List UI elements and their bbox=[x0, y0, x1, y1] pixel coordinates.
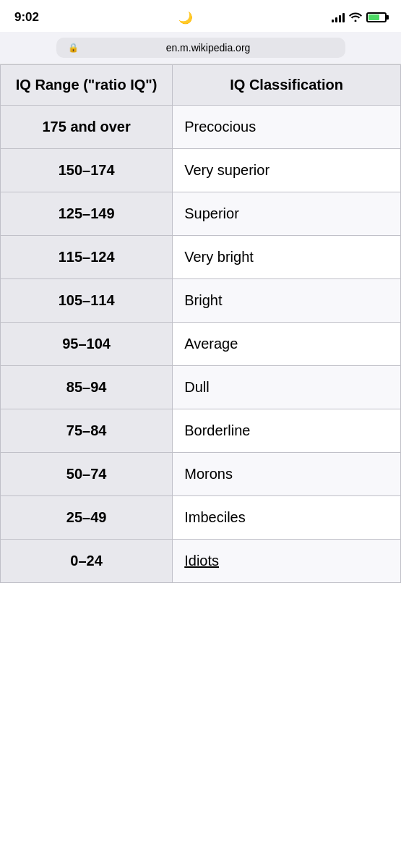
col1-header: IQ Range ("ratio IQ") bbox=[1, 65, 173, 106]
iq-classification: Very superior bbox=[173, 149, 401, 192]
browser-bar: 🔒 en.m.wikipedia.org bbox=[0, 32, 401, 64]
table-row: 75–84Borderline bbox=[1, 409, 401, 453]
status-time: 9:02 bbox=[14, 10, 39, 25]
table-header-row: IQ Range ("ratio IQ") IQ Classification bbox=[1, 65, 401, 106]
iq-range: 75–84 bbox=[1, 409, 173, 453]
iq-range: 115–124 bbox=[1, 236, 173, 279]
table-row: 50–74Morons bbox=[1, 453, 401, 496]
table-row: 175 and overPrecocious bbox=[1, 106, 401, 149]
moon-icon: 🌙 bbox=[178, 11, 193, 25]
iq-range: 85–94 bbox=[1, 366, 173, 409]
iq-classification: Precocious bbox=[173, 106, 401, 149]
iq-table-container: IQ Range ("ratio IQ") IQ Classification … bbox=[0, 64, 401, 583]
url-text: en.m.wikipedia.org bbox=[83, 42, 334, 54]
table-row: 115–124Very bright bbox=[1, 236, 401, 279]
iq-classification: Superior bbox=[173, 192, 401, 236]
url-bar[interactable]: 🔒 en.m.wikipedia.org bbox=[56, 38, 345, 58]
iq-range: 50–74 bbox=[1, 453, 173, 496]
wifi-icon bbox=[349, 12, 362, 24]
iq-classification: Imbeciles bbox=[173, 496, 401, 540]
iq-classification: Very bright bbox=[173, 236, 401, 279]
iq-range: 105–114 bbox=[1, 279, 173, 323]
iq-range: 0–24 bbox=[1, 540, 173, 583]
table-row: 150–174Very superior bbox=[1, 149, 401, 192]
iq-range: 125–149 bbox=[1, 192, 173, 236]
table-row: 0–24Idiots bbox=[1, 540, 401, 583]
iq-range: 25–49 bbox=[1, 496, 173, 540]
status-bar: 9:02 🌙 bbox=[0, 0, 401, 32]
iq-range: 175 and over bbox=[1, 106, 173, 149]
lock-icon: 🔒 bbox=[68, 43, 79, 53]
iq-range: 95–104 bbox=[1, 323, 173, 366]
table-row: 85–94Dull bbox=[1, 366, 401, 409]
table-row: 105–114Bright bbox=[1, 279, 401, 323]
table-row: 125–149Superior bbox=[1, 192, 401, 236]
iq-table: IQ Range ("ratio IQ") IQ Classification … bbox=[0, 64, 401, 583]
iq-classification: Dull bbox=[173, 366, 401, 409]
iq-classification: Bright bbox=[173, 279, 401, 323]
iq-range: 150–174 bbox=[1, 149, 173, 192]
signal-icon bbox=[332, 12, 345, 22]
battery-icon bbox=[366, 12, 387, 22]
iq-classification: Idiots bbox=[173, 540, 401, 583]
status-icons bbox=[332, 12, 387, 24]
iq-classification: Morons bbox=[173, 453, 401, 496]
table-row: 95–104Average bbox=[1, 323, 401, 366]
iq-classification: Average bbox=[173, 323, 401, 366]
table-row: 25–49Imbeciles bbox=[1, 496, 401, 540]
iq-classification: Borderline bbox=[173, 409, 401, 453]
col2-header: IQ Classification bbox=[173, 65, 401, 106]
